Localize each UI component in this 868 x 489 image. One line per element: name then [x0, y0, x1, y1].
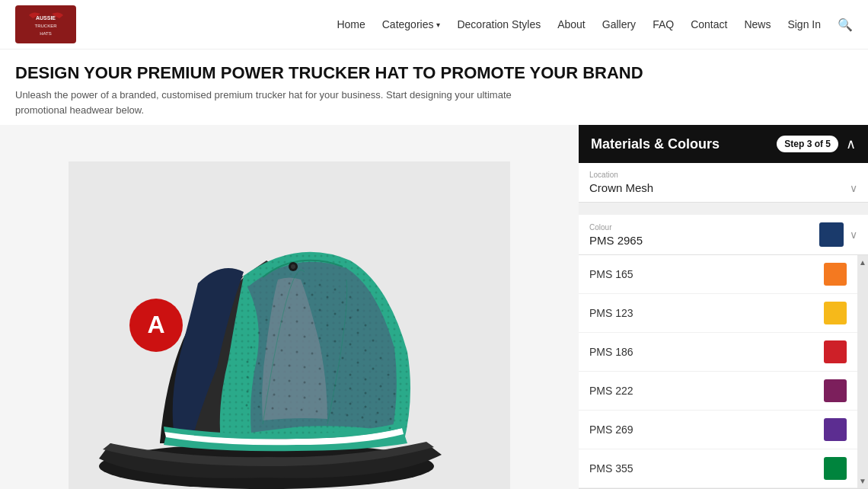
svg-point-84 — [319, 398, 321, 400]
svg-point-89 — [390, 417, 392, 420]
location-chevron-icon: ∨ — [850, 182, 857, 194]
svg-point-47 — [251, 346, 253, 348]
colour-value: PMS 2965 — [589, 234, 813, 247]
color-item-swatch — [824, 302, 847, 324]
search-icon[interactable]: 🔍 — [838, 18, 853, 32]
nav-decoration-styles[interactable]: Decoration Styles — [457, 18, 541, 30]
svg-point-102 — [291, 264, 295, 269]
svg-point-48 — [266, 347, 268, 350]
svg-point-15 — [334, 288, 337, 290]
svg-point-61 — [304, 366, 306, 368]
svg-text:HATS: HATS — [40, 31, 52, 36]
svg-point-39 — [273, 334, 276, 336]
collapse-icon[interactable]: ∧ — [846, 136, 856, 152]
svg-point-94 — [301, 408, 303, 411]
svg-point-66 — [380, 385, 382, 387]
svg-point-54 — [357, 361, 359, 363]
svg-point-20 — [327, 296, 329, 298]
svg-point-87 — [365, 405, 367, 408]
svg-point-80 — [260, 392, 262, 394]
svg-point-83 — [304, 396, 306, 398]
color-list: ▲ ▼ PMS 165 PMS 123 PMS 186 PMS 222 PMS … — [579, 255, 868, 488]
svg-point-45 — [365, 349, 367, 351]
svg-point-40 — [289, 334, 291, 336]
logo-area: AUSSIE TRUCKER HATS — [15, 5, 76, 43]
svg-point-13 — [304, 282, 306, 284]
svg-point-34 — [327, 324, 329, 326]
svg-point-12 — [289, 282, 291, 284]
svg-point-72 — [304, 381, 306, 383]
config-panel: Materials & Colours Step 3 of 5 ∧ Locati… — [579, 125, 868, 489]
svg-point-56 — [388, 373, 390, 376]
scroll-up-icon[interactable]: ▲ — [859, 258, 866, 267]
nav-news[interactable]: News — [744, 18, 771, 30]
colour-swatch — [819, 222, 844, 247]
svg-point-21 — [342, 301, 344, 303]
svg-point-64 — [349, 373, 352, 376]
svg-text:TRUCKER: TRUCKER — [34, 24, 57, 28]
svg-point-38 — [258, 331, 260, 334]
nav-categories[interactable]: Categories ▾ — [382, 18, 441, 30]
svg-point-88 — [377, 411, 379, 414]
svg-point-30 — [266, 318, 268, 321]
color-list-item[interactable]: PMS 355 — [579, 449, 857, 488]
nav-faq[interactable]: FAQ — [653, 18, 674, 30]
svg-point-25 — [304, 306, 306, 308]
color-item-name: PMS 186 — [589, 346, 633, 358]
svg-point-90 — [246, 404, 248, 406]
svg-point-36 — [357, 331, 359, 334]
svg-point-70 — [273, 379, 276, 381]
navigation: AUSSIE TRUCKER HATS Home Categories ▾ De… — [0, 0, 868, 50]
svg-text:A: A — [147, 311, 164, 338]
svg-point-67 — [394, 392, 396, 395]
svg-point-17 — [281, 293, 283, 296]
svg-point-75 — [349, 387, 352, 389]
svg-point-82 — [289, 395, 291, 397]
site-logo: AUSSIE TRUCKER HATS — [15, 5, 76, 43]
color-list-item[interactable]: PMS 123 — [579, 294, 857, 333]
svg-point-73 — [319, 382, 321, 385]
svg-text:AUSSIE: AUSSIE — [35, 15, 55, 21]
nav-gallery[interactable]: Gallery — [602, 18, 636, 30]
svg-point-91 — [258, 405, 260, 408]
hero-title: DESIGN YOUR PREMIUM POWER TRUCKER HAT TO… — [15, 63, 853, 83]
color-item-swatch — [824, 457, 847, 480]
color-list-item[interactable]: PMS 165 — [579, 255, 857, 294]
nav-home[interactable]: Home — [337, 18, 365, 30]
svg-point-23 — [273, 305, 276, 307]
panel-header: Materials & Colours Step 3 of 5 ∧ — [579, 125, 868, 163]
svg-point-24 — [289, 306, 291, 308]
svg-point-96 — [331, 411, 333, 414]
colour-chevron-icon: ∨ — [850, 229, 857, 241]
canvas-area: A C — [0, 125, 579, 489]
color-item-name: PMS 123 — [589, 307, 633, 319]
colour-left: Colour PMS 2965 — [589, 223, 813, 247]
svg-point-79 — [247, 390, 249, 392]
color-list-item[interactable]: PMS 269 — [579, 411, 857, 449]
svg-point-77 — [378, 398, 381, 400]
color-list-wrapper: ▲ ▼ PMS 165 PMS 123 PMS 186 PMS 222 PMS … — [579, 255, 868, 488]
panel-header-right: Step 3 of 5 ∧ — [777, 136, 856, 152]
svg-point-81 — [273, 393, 276, 395]
scroll-down-icon[interactable]: ▼ — [859, 477, 866, 485]
nav-contact[interactable]: Contact — [691, 18, 727, 30]
svg-point-50 — [296, 350, 298, 353]
nav-sign-in[interactable]: Sign In — [787, 18, 821, 30]
svg-point-32 — [296, 320, 298, 322]
color-list-item[interactable]: PMS 186 — [579, 333, 857, 372]
colour-section[interactable]: Colour PMS 2965 ∨ — [579, 215, 868, 255]
svg-point-27 — [334, 312, 337, 315]
color-list-item[interactable]: PMS 222 — [579, 372, 857, 411]
main-area: A C — [0, 125, 868, 489]
color-list-items: PMS 165 PMS 123 PMS 186 PMS 222 PMS 269 … — [579, 255, 857, 488]
svg-point-99 — [375, 420, 378, 423]
location-dropdown[interactable]: Crown Mesh ∨ — [589, 181, 857, 194]
svg-point-43 — [334, 340, 337, 342]
location-label: Location — [589, 171, 857, 179]
svg-point-46 — [380, 356, 382, 359]
scrollbar[interactable]: ▲ ▼ — [857, 255, 868, 488]
svg-point-49 — [281, 349, 283, 351]
svg-point-22 — [357, 308, 359, 311]
svg-point-71 — [289, 379, 291, 382]
nav-about[interactable]: About — [557, 18, 586, 30]
